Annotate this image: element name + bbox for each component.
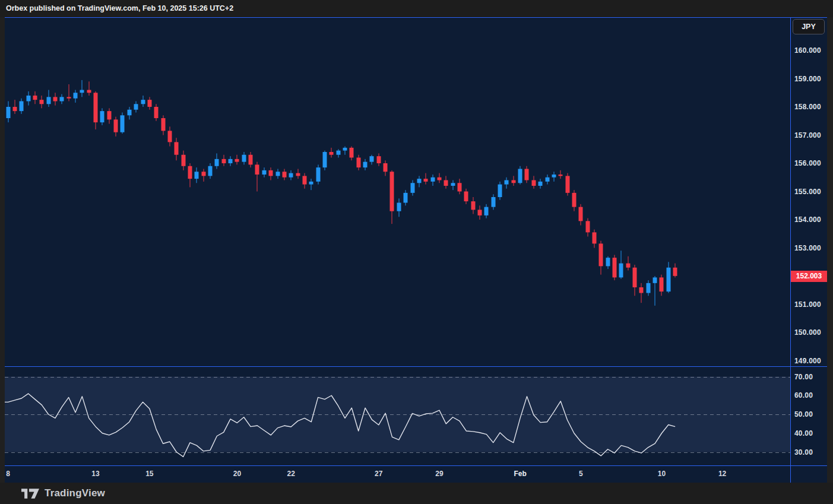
- price-tick-label: 154.000: [794, 215, 827, 224]
- currency-label: JPY: [802, 23, 816, 31]
- rsi-pane[interactable]: [5, 367, 790, 465]
- pane-separator[interactable]: [5, 366, 827, 367]
- time-tick-label: 12: [718, 466, 726, 482]
- time-tick-label: 29: [435, 466, 443, 482]
- price-tick-label: 160.000: [794, 46, 827, 55]
- price-tick-label: 149.000: [794, 356, 827, 366]
- time-tick-label: 10: [658, 466, 666, 482]
- time-tick-label: 5: [579, 466, 583, 482]
- price-tick-label: 151.000: [794, 300, 827, 309]
- price-axis-separator: [790, 17, 791, 483]
- publish-info-text: Orbex published on TradingView.com, Feb …: [6, 4, 233, 12]
- price-tick-label: 153.000: [794, 243, 827, 253]
- time-tick-label: Feb: [514, 466, 526, 482]
- time-tick-label: 22: [287, 466, 295, 482]
- chart-widget: 160.000159.000158.000157.000156.000155.0…: [5, 17, 827, 483]
- time-tick-label: 15: [145, 466, 153, 482]
- time-tick-label: 20: [233, 466, 241, 482]
- last-price-badge: 152.003: [791, 271, 827, 282]
- time-tick-label: 27: [375, 466, 382, 482]
- attribution-bar: TradingView: [0, 483, 833, 504]
- publish-info-bar: Orbex published on TradingView.com, Feb …: [0, 0, 833, 17]
- time-axis[interactable]: 8131520222729Feb51012: [5, 466, 827, 482]
- rsi-tick-label: 30.00: [794, 448, 827, 457]
- price-tick-label: 156.000: [794, 159, 827, 168]
- price-tick-label: 155.000: [794, 187, 827, 196]
- rsi-tick-label: 70.00: [794, 372, 827, 382]
- page: { "ui": { "topbar": { "text": "Orbex pub…: [0, 0, 833, 504]
- price-tick-label: 150.000: [794, 328, 827, 337]
- price-tick-label: 159.000: [794, 74, 827, 84]
- candlestick-pane[interactable]: [5, 18, 790, 366]
- chart-top-border: [5, 17, 827, 18]
- rsi-tick-label: 50.00: [794, 410, 827, 419]
- rsi-bottom-border: [5, 465, 827, 466]
- tradingview-logo[interactable]: TradingView: [21, 487, 105, 499]
- tradingview-mark-icon: [21, 489, 39, 499]
- time-tick-label: 8: [6, 466, 10, 482]
- currency-button[interactable]: JPY: [793, 19, 825, 34]
- price-tick-label: 157.000: [794, 131, 827, 140]
- rsi-tick-label: 40.00: [794, 429, 827, 438]
- rsi-tick-label: 60.00: [794, 391, 827, 400]
- tradingview-brand-text: TradingView: [45, 487, 105, 499]
- last-price-label: 152.003: [796, 272, 822, 280]
- time-tick-label: 13: [91, 466, 99, 482]
- price-tick-label: 158.000: [794, 102, 827, 112]
